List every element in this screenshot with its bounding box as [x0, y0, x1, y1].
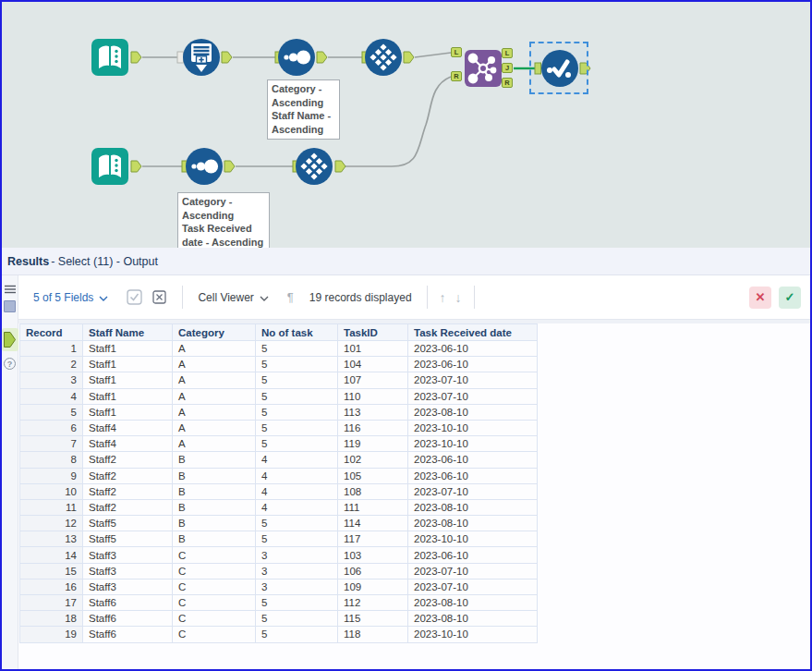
column-header-staff-name[interactable]: Staff Name — [83, 324, 173, 341]
table-row[interactable]: 12Staff5B51142023-08-10 — [20, 516, 538, 531]
apply-checkmark-icon[interactable] — [127, 289, 142, 305]
sort2-annotation[interactable]: Category - Ascending Task Received date … — [177, 192, 270, 248]
table-row[interactable]: 17Staff6C51122023-08-10 — [20, 595, 538, 611]
table-cell: A — [173, 341, 256, 357]
table-row[interactable]: 13Staff5B51172023-10-10 — [20, 531, 538, 547]
table-cell: C — [173, 579, 256, 594]
connection-tile1-join-left[interactable] — [415, 53, 451, 57]
toolbar-divider — [427, 286, 428, 309]
sort-tool-1[interactable] — [276, 37, 317, 78]
table-cell: 2023-06-10 — [408, 452, 538, 468]
table-cell: 3 — [256, 547, 338, 563]
tile-tool-2[interactable] — [294, 146, 334, 187]
table-cell: B — [173, 483, 256, 499]
table-row[interactable]: 2Staff1A51042023-06-10 — [20, 357, 538, 372]
help-icon[interactable]: ? — [4, 358, 16, 370]
join-input-anchor-right[interactable]: R — [451, 71, 462, 81]
table-cell: 5 — [256, 531, 338, 547]
table-cell: 7 — [20, 436, 83, 452]
table-cell: Staff1 — [83, 404, 173, 420]
whitespace-toggle-icon[interactable]: ¶ — [287, 290, 294, 304]
column-header-record[interactable]: Record — [20, 324, 83, 341]
join-output-anchor-join[interactable]: J — [502, 63, 513, 73]
workflow-canvas[interactable]: L R L J R — [2, 2, 810, 248]
table-row[interactable]: 11Staff2B41112023-08-10 — [20, 499, 538, 515]
table-cell: 2023-06-10 — [408, 357, 538, 372]
tile-tool-1[interactable] — [363, 37, 404, 78]
table-row[interactable]: 16Staff3C31092023-07-10 — [20, 579, 538, 594]
cancel-button[interactable]: ✕ — [749, 287, 771, 309]
table-row[interactable]: 9Staff2B41052023-06-10 — [20, 468, 538, 483]
table-row[interactable]: 15Staff3C31062023-07-10 — [20, 563, 538, 579]
table-cell: Staff1 — [83, 388, 173, 404]
cell-viewer-label: Cell Viewer — [198, 291, 253, 304]
table-cell: 5 — [256, 611, 338, 627]
fields-dropdown-label: 5 of 5 Fields — [33, 291, 93, 304]
output-anchor-selected-indicator[interactable] — [2, 328, 18, 351]
table-cell: 115 — [338, 611, 408, 627]
cancel-box-icon[interactable] — [152, 290, 166, 304]
fields-dropdown[interactable]: 5 of 5 Fields — [33, 291, 108, 304]
output-anchor-input1[interactable] — [131, 52, 141, 63]
sort-tool-2[interactable] — [184, 146, 224, 187]
table-row[interactable]: 10Staff2B41082023-07-10 — [20, 483, 538, 499]
join-input-anchor-left[interactable]: L — [451, 47, 462, 57]
table-cell: 5 — [256, 436, 338, 452]
table-row[interactable]: 7Staff4A51192023-10-10 — [20, 436, 538, 452]
table-cell: 119 — [338, 436, 408, 452]
column-header-category[interactable]: Category — [173, 324, 256, 341]
metadata-view-icon[interactable] — [4, 300, 16, 312]
table-cell: 5 — [256, 627, 338, 642]
table-cell: Staff1 — [83, 357, 173, 372]
table-header-row: RecordStaff NameCategoryNo of taskTaskID… — [20, 324, 538, 341]
table-cell: 2023-08-10 — [408, 611, 538, 627]
config-menu-icon[interactable] — [5, 285, 16, 294]
connection-tile2-join-right[interactable] — [345, 77, 451, 166]
table-row[interactable]: 5Staff1A51132023-08-10 — [20, 404, 538, 420]
column-header-task-received-date[interactable]: Task Received date — [408, 324, 538, 341]
table-cell: 14 — [20, 547, 83, 563]
table-row[interactable]: 4Staff1A51102023-07-10 — [20, 388, 538, 404]
column-header-taskid[interactable]: TaskID — [338, 324, 408, 341]
table-cell: 110 — [338, 388, 408, 404]
sort1-annotation[interactable]: Category - Ascending Staff Name - Ascend… — [267, 79, 340, 140]
table-cell: 10 — [20, 483, 83, 499]
output-anchor-tile2[interactable] — [335, 161, 345, 172]
select-tool[interactable] — [539, 48, 580, 89]
table-cell: 114 — [338, 516, 408, 531]
table-cell: 5 — [256, 388, 338, 404]
table-row[interactable]: 3Staff1A51072023-07-10 — [20, 372, 538, 388]
table-cell: 2023-10-10 — [408, 531, 538, 547]
table-cell: 2023-07-10 — [408, 483, 538, 499]
table-row[interactable]: 19Staff6C51182023-10-10 — [20, 627, 538, 642]
output-anchor-generaterows[interactable] — [222, 52, 232, 63]
join-output-anchor-right[interactable]: R — [502, 78, 513, 88]
table-row[interactable]: 6Staff4A51162023-10-10 — [20, 420, 538, 435]
table-cell: 4 — [256, 468, 338, 483]
generate-rows-tool[interactable] — [181, 37, 222, 78]
join-output-anchor-left[interactable]: L — [502, 48, 513, 58]
table-cell: 5 — [20, 404, 83, 420]
cell-viewer-dropdown[interactable]: Cell Viewer — [198, 291, 268, 304]
scroll-up-icon[interactable]: ↑ — [440, 290, 446, 305]
input-data-tool-1[interactable] — [90, 37, 130, 78]
table-cell: A — [173, 388, 256, 404]
output-anchor-sort1[interactable] — [317, 52, 327, 63]
table-row[interactable]: 18Staff6C51152023-08-10 — [20, 611, 538, 627]
table-cell: 112 — [338, 595, 408, 611]
output-anchor-tile1[interactable] — [404, 52, 414, 63]
output-anchor-input2[interactable] — [131, 161, 141, 172]
table-cell: Staff4 — [83, 436, 173, 452]
table-row[interactable]: 1Staff1A51012023-06-10 — [20, 341, 538, 357]
column-header-no-of-task[interactable]: No of task — [256, 324, 338, 341]
table-row[interactable]: 14Staff3C31032023-06-10 — [20, 547, 538, 563]
apply-button[interactable]: ✓ — [779, 287, 801, 309]
output-anchor-sort2[interactable] — [224, 161, 235, 172]
table-row[interactable]: 8Staff2B41022023-06-10 — [20, 452, 538, 468]
scroll-down-icon[interactable]: ↓ — [455, 290, 462, 305]
table-cell: 6 — [20, 420, 83, 435]
join-tool[interactable] — [463, 48, 503, 89]
table-cell: 11 — [20, 499, 83, 515]
input-data-tool-2[interactable] — [90, 146, 130, 187]
table-cell: 2023-07-10 — [408, 579, 538, 594]
